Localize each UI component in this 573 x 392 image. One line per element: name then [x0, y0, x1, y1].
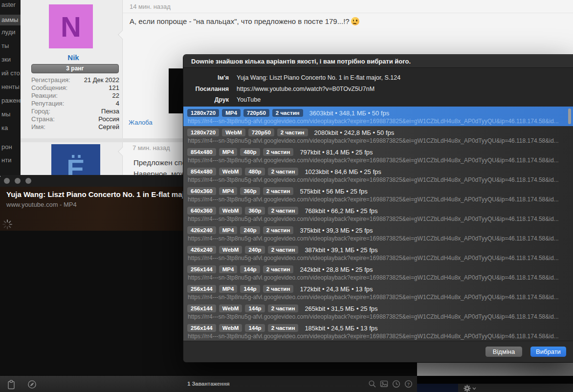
quality-option-row[interactable]: 854x480MP4480p2 частин797kbit • 81,4 МБ … [183, 146, 573, 165]
close-window-button[interactable] [4, 178, 10, 184]
sidebar-item[interactable]: ты [1, 42, 21, 49]
quality-badge: 144p [245, 305, 264, 312]
quality-option-row[interactable]: 640x360WebM360p2 частин768kbit • 66,2 МБ… [183, 204, 573, 224]
stream-url-label: https://rr4---sn-3tp8nu5g-afvl.googlevid… [188, 157, 564, 164]
parts-badge: 2 частин [277, 129, 308, 136]
username-link[interactable]: Nik [27, 53, 119, 62]
resolution-badge: 256x144 [187, 265, 216, 273]
sidebar-item[interactable]: ненты [1, 83, 21, 90]
post-message-line: Предложен спо [133, 158, 186, 167]
search-icon[interactable] [368, 380, 376, 388]
stat-label: Страна: [31, 115, 55, 123]
bitrate-size-fps-label: 3603kbit • 348,1 МБ • 50 fps [309, 109, 390, 117]
resolution-badge: 426x240 [187, 246, 216, 254]
resolution-badge: 640x360 [187, 207, 216, 215]
quality-list: 1280x720MP4720p502 частин3603kbit • 348,… [183, 107, 573, 341]
sidebar-item[interactable]: рон [1, 143, 21, 151]
stream-url-label: https://rr4---sn-3tp8nu5g-afvl.googlevid… [188, 313, 564, 320]
sidebar-item[interactable]: ий сто. [1, 69, 21, 77]
minimize-window-button[interactable] [15, 178, 21, 184]
quality-badge: 360p [245, 207, 264, 215]
scrollbar-thumb[interactable] [568, 109, 571, 124]
resolution-badge: 256x144 [187, 305, 216, 312]
sidebar-item[interactable]: зки [1, 56, 21, 63]
sidebar-item[interactable]: нти [1, 156, 21, 164]
bitrate-size-fps-label: 2080kbit • 242,8 МБ • 50 fps [314, 129, 395, 136]
divider [123, 13, 573, 13]
stat-label: Репутация: [31, 100, 64, 108]
quality-option-row[interactable]: 1280x720WebM720p502 частин2080kbit • 242… [183, 126, 573, 146]
format-badge: WebM [219, 305, 242, 312]
profile-stat-row: Страна:Россия [31, 115, 119, 123]
bitrate-size-fps-label: 387kbit • 39,1 МБ • 25 fps [305, 246, 377, 254]
downie-statusbar: 1 Завантаження [0, 375, 417, 392]
cancel-button[interactable]: Відміна [485, 347, 522, 357]
bitrate-size-fps-label: 768kbit • 66,2 МБ • 25 fps [305, 207, 377, 215]
quality-option-row[interactable]: 426x240MP4240p2 частин375kbit • 39,3 МБ … [183, 224, 573, 243]
dialog-title: Downie знайшов кілька варіантів якості, … [191, 58, 411, 65]
format-badge: WebM [219, 324, 242, 332]
zoom-window-button[interactable] [25, 178, 31, 184]
select-button[interactable]: Вибрати [530, 347, 566, 357]
profile-stat-row: Репутация:4 [31, 100, 119, 108]
svg-text:?: ? [407, 382, 410, 387]
quality-badge: 240p [245, 246, 264, 254]
format-badge: MP4 [219, 148, 238, 156]
help-icon[interactable]: ? [404, 380, 413, 388]
field-label: Посилання [183, 86, 229, 92]
stat-label: Регистрация: [31, 76, 70, 84]
stream-url-label: https://rr4---sn-3tp8nu5g-afvl.googlevid… [188, 196, 564, 203]
profile-stats: Регистрация:21 Дек 2022Сообщения:121Реак… [31, 76, 119, 131]
quality-badge: 240p [240, 226, 260, 234]
window-dark-strip [417, 376, 573, 384]
parts-badge: 2 частин [272, 109, 303, 117]
parts-badge: 2 частин [263, 148, 294, 156]
quality-option-row[interactable]: 256x144WebM144p2 частин185kbit • 24,5 МБ… [183, 322, 573, 341]
report-link[interactable]: Жалоба [129, 119, 153, 126]
avatar[interactable]: N [49, 4, 93, 48]
quality-badge: 144p [240, 265, 260, 273]
profile-stat-row: Реакции:22 [31, 92, 119, 100]
stat-value: 4 [116, 100, 119, 108]
sidebar-item[interactable]: aster [1, 1, 21, 8]
parts-badge: 2 частин [268, 168, 299, 175]
quality-option-row[interactable]: 256x144MP4144p2 частин172kbit • 24,3 МБ … [183, 283, 573, 302]
format-badge: MP4 [222, 109, 241, 117]
profile-stat-row: Регистрация:21 Дек 2022 [31, 76, 119, 84]
window-edge-highlight [417, 363, 573, 376]
stat-label: Имя: [31, 123, 45, 131]
bitrate-size-fps-label: 172kbit • 24,3 МБ • 13 fps [300, 285, 373, 293]
download-item-subtitle: www.youtube.com - MP4 [6, 201, 77, 208]
settings-dropdown[interactable] [463, 385, 476, 392]
sidebar-item[interactable]: аммы [0, 15, 21, 25]
chevron-down-icon [472, 387, 476, 390]
resolution-badge: 256x144 [187, 285, 216, 293]
clock-icon[interactable] [392, 380, 400, 388]
attachment-fragment [169, 68, 184, 113]
stream-url-label: https://rr4---sn-3tp8nu5g-afvl.googlevid… [188, 118, 564, 125]
sidebar-item[interactable]: ражени [1, 97, 21, 104]
image-icon[interactable] [380, 380, 389, 388]
parts-badge: 2 частин [263, 265, 294, 273]
quality-option-row[interactable]: 640x360MP4360p2 частин575kbit • 56 МБ • … [183, 185, 573, 204]
quality-option-row[interactable]: 256x144MP4144p2 частин242kbit • 28,8 МБ … [183, 263, 573, 283]
video-link-value[interactable]: https://www.youtube.com/watch?v=B0TOvZ5U… [237, 86, 375, 92]
quality-badge: 720p50 [243, 109, 269, 117]
profile-stat-row: Сообщения:121 [31, 84, 119, 92]
quality-option-row[interactable]: 1280x720MP4720p502 частин3603kbit • 348,… [183, 107, 573, 126]
post-message: А, если попроще - "на пальцах", что пред… [130, 17, 359, 25]
sidebar-item[interactable]: ка [1, 124, 21, 131]
thinking-emoji-icon [351, 17, 359, 25]
gear-icon [463, 385, 471, 392]
sidebar-item[interactable]: луди [1, 28, 21, 36]
format-badge: MP4 [219, 187, 238, 195]
sidebar-item[interactable]: мы [1, 110, 21, 118]
field-label: Ім'я [183, 74, 229, 81]
parts-badge: 2 частин [263, 226, 294, 234]
resolution-badge: 256x144 [187, 324, 216, 332]
quality-option-row[interactable]: 854x480WebM480p2 частин1023kbit • 84,6 М… [183, 165, 573, 185]
quality-option-row[interactable]: 426x240WebM240p2 частин387kbit • 39,1 МБ… [183, 243, 573, 263]
downloads-count-label: 1 Завантаження [0, 381, 417, 387]
bitrate-size-fps-label: 1023kbit • 84,6 МБ • 25 fps [305, 168, 381, 175]
quality-option-row[interactable]: 256x144WebM144p2 частин265kbit • 31,5 МБ… [183, 302, 573, 322]
